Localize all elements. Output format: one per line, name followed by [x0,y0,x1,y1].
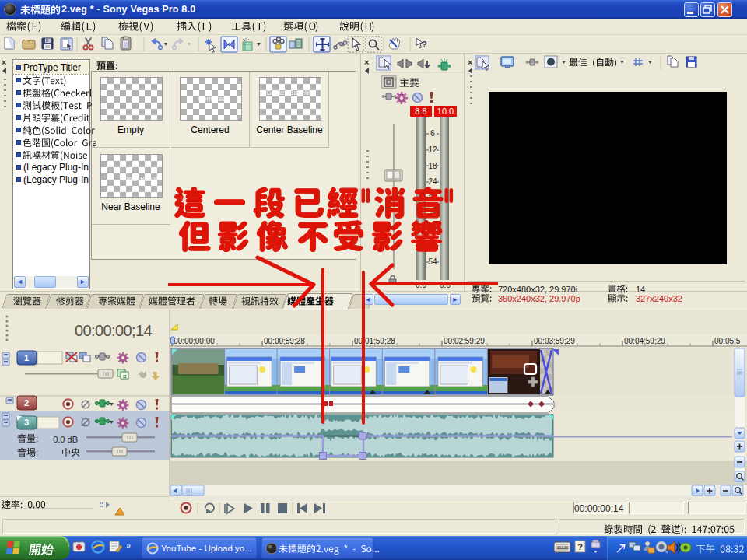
svg-text:8.8: 8.8 [415,107,426,116]
svg-text:3: 3 [24,418,29,427]
svg-text:30: 30 [428,194,437,202]
svg-text:?: ? [422,40,427,49]
svg-text:42: 42 [428,226,437,234]
svg-text:0.0: 0.0 [440,281,451,289]
svg-text:2: 2 [24,398,29,408]
svg-text:1: 1 [24,353,29,362]
svg-text:YouTube - Upload yo...: YouTube - Upload yo... [161,544,252,553]
svg-text:54: 54 [428,257,437,266]
svg-text:10.0: 10.0 [437,107,454,116]
svg-text:0.0 dB: 0.0 dB [53,435,78,444]
svg-text:00:05:5: 00:05:5 [714,337,741,345]
svg-text:48: 48 [428,242,437,250]
svg-text:36: 36 [428,210,437,219]
svg-text:?: ? [577,542,583,551]
svg-text:24: 24 [428,177,437,186]
svg-text:0.0: 0.0 [416,281,426,289]
svg-text:»: » [126,541,131,550]
svg-text:18: 18 [428,162,437,170]
svg-text:α: α [123,373,127,380]
svg-text:12: 12 [428,145,437,154]
svg-text:6: 6 [430,129,435,138]
